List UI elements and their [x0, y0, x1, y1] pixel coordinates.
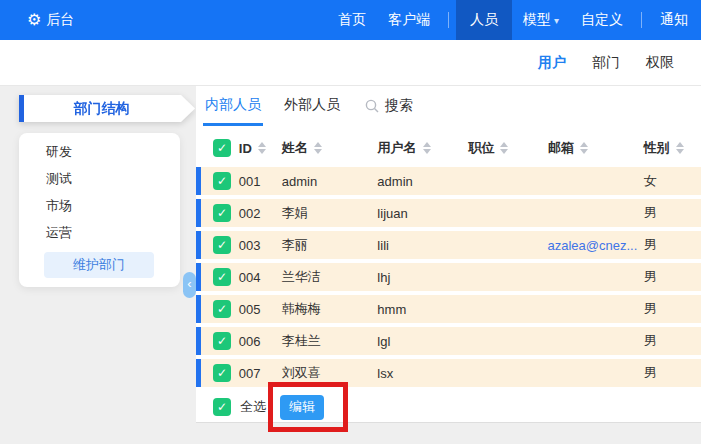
sort-icon[interactable] [258, 142, 266, 154]
caret-down-icon: ▾ [554, 15, 559, 26]
row-checkbox[interactable]: ✓ [213, 268, 231, 286]
search-input[interactable]: 搜索 [365, 86, 413, 126]
cell-gender: 女 [644, 172, 701, 190]
column-label: 用户名 [378, 139, 417, 157]
row-checkbox[interactable]: ✓ [213, 204, 231, 222]
cell-username: lili [377, 238, 468, 253]
table-body: ✓ 001 admin admin 女 ✓ 002 李娟 lijuan 男 ✓ … [196, 167, 701, 387]
edit-button[interactable]: 编辑 [280, 395, 324, 420]
cell-username: hmm [377, 302, 468, 317]
column-header-username[interactable]: 用户名 [378, 139, 469, 157]
column-header-position[interactable]: 职位 [468, 139, 547, 157]
cell-gender: 男 [644, 364, 701, 382]
table-row[interactable]: ✓ 003 李丽 lili azalea@cnez... 男 [196, 231, 701, 259]
table-row[interactable]: ✓ 005 韩梅梅 hmm 男 [196, 295, 701, 323]
table-row[interactable]: ✓ 002 李娟 lijuan 男 [196, 199, 701, 227]
sort-icon[interactable] [676, 142, 684, 154]
cell-email[interactable]: azalea@cnez... [547, 238, 643, 253]
sidebar-item-rd[interactable]: 研发 [19, 138, 180, 165]
nav-item-model-label: 模型 [523, 11, 551, 29]
cell-username: lgl [377, 334, 468, 349]
app-title: 后台 [46, 11, 74, 29]
table-row[interactable]: ✓ 001 admin admin 女 [196, 167, 701, 195]
cell-username: lsx [377, 366, 468, 381]
column-header-email[interactable]: 邮箱 [548, 139, 644, 157]
sidebar-item-market[interactable]: 市场 [19, 192, 180, 219]
nav-item-client[interactable]: 客户端 [377, 0, 441, 40]
table-row[interactable]: ✓ 004 兰华洁 lhj 男 [196, 263, 701, 291]
cell-id: 001 [239, 174, 282, 189]
column-label: 邮箱 [548, 139, 574, 157]
cell-name: 兰华洁 [282, 268, 378, 286]
column-label: 职位 [468, 139, 494, 157]
cell-gender: 男 [644, 300, 701, 318]
nav-item-notice[interactable]: 通知 [649, 0, 699, 40]
sidebar-collapse-handle[interactable]: ‹ [183, 272, 196, 298]
cell-name: 李娟 [282, 204, 378, 222]
tab-internal-personnel[interactable]: 内部人员 [203, 86, 263, 126]
cell-id: 002 [239, 206, 282, 221]
chevron-left-icon: ‹ [187, 276, 191, 291]
gear-icon: ⚙ [27, 12, 41, 28]
cell-gender: 男 [644, 236, 701, 254]
cell-id: 004 [239, 270, 282, 285]
search-label: 搜索 [385, 97, 413, 115]
sidebar-header: 部门结构 [19, 95, 195, 122]
nav-item-home[interactable]: 首页 [327, 0, 377, 40]
nav-item-model[interactable]: 模型 ▾ [512, 0, 570, 40]
sidebar-item-test[interactable]: 测试 [19, 165, 180, 192]
sidebar-title: 部门结构 [74, 100, 130, 118]
column-header-gender[interactable]: 性别 [644, 139, 701, 157]
tab-users[interactable]: 用户 [525, 54, 579, 72]
topbar: ⚙ 后台 首页 客户端 人员 模型 ▾ 自定义 通知 [0, 0, 701, 40]
row-checkbox[interactable]: ✓ [213, 300, 231, 318]
cell-username: admin [377, 174, 468, 189]
cell-name: 刘双喜 [282, 364, 378, 382]
column-header-name[interactable]: 姓名 [282, 139, 378, 157]
maintain-department-button[interactable]: 维护部门 [44, 252, 154, 278]
table-footer: ✓ 全选 编辑 [196, 391, 701, 423]
tab-external-personnel[interactable]: 外部人员 [282, 86, 342, 126]
admin-page: ⚙ 后台 首页 客户端 人员 模型 ▾ 自定义 通知 用户 部门 权限 部门结构… [0, 0, 701, 444]
cell-id: 005 [239, 302, 282, 317]
row-checkbox[interactable]: ✓ [213, 332, 231, 350]
row-checkbox[interactable]: ✓ [213, 236, 231, 254]
table-row[interactable]: ✓ 006 李桂兰 lgl 男 [196, 327, 701, 355]
top-navigation: 首页 客户端 人员 模型 ▾ 自定义 通知 [327, 0, 699, 40]
cell-id: 006 [239, 334, 282, 349]
select-all-label: 全选 [240, 398, 280, 416]
cell-name: 李桂兰 [282, 332, 378, 350]
cell-username: lijuan [377, 206, 468, 221]
nav-item-custom[interactable]: 自定义 [570, 0, 634, 40]
row-checkbox[interactable]: ✓ [213, 172, 231, 190]
main-content: 内部人员 外部人员 搜索 ✓ ID 姓名 用户名 [196, 86, 701, 423]
nav-item-personnel[interactable]: 人员 [456, 0, 512, 40]
cell-gender: 男 [644, 332, 701, 350]
cell-name: admin [282, 174, 378, 189]
sort-icon[interactable] [423, 142, 431, 154]
cell-id: 003 [239, 238, 282, 253]
column-label: 姓名 [282, 139, 308, 157]
personnel-tabs: 内部人员 外部人员 搜索 [196, 86, 701, 133]
app-logo[interactable]: ⚙ 后台 [27, 0, 74, 40]
sort-icon[interactable] [500, 142, 508, 154]
select-all-checkbox[interactable]: ✓ [213, 398, 231, 416]
column-label: 性别 [644, 139, 670, 157]
sidebar-item-operations[interactable]: 运营 [19, 219, 180, 246]
secondary-navigation: 用户 部门 权限 [0, 40, 701, 86]
search-icon [365, 99, 379, 113]
cell-gender: 男 [644, 204, 701, 222]
sort-icon[interactable] [580, 142, 588, 154]
tab-departments[interactable]: 部门 [579, 54, 633, 72]
cell-gender: 男 [644, 268, 701, 286]
cell-name: 李丽 [282, 236, 378, 254]
tab-permissions[interactable]: 权限 [633, 54, 687, 72]
table-row[interactable]: ✓ 007 刘双喜 lsx 男 [196, 359, 701, 387]
cell-id: 007 [239, 366, 282, 381]
sort-icon[interactable] [314, 142, 322, 154]
nav-divider [448, 12, 449, 28]
sidebar-title-ribbon: 部门结构 [19, 95, 195, 122]
header-checkbox[interactable]: ✓ [213, 139, 231, 157]
row-checkbox[interactable]: ✓ [213, 364, 231, 382]
column-header-id[interactable]: ID [239, 141, 282, 156]
